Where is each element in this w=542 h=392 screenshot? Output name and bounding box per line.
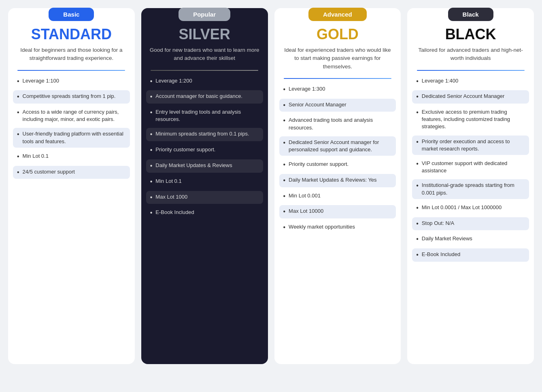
standard-feature-text-4: Min Lot 0.1 bbox=[23, 153, 49, 160]
standard-feature-3: •User-friendly trading platform with ess… bbox=[13, 128, 130, 147]
bullet-icon: • bbox=[416, 108, 419, 117]
standard-feature-text-0: Leverage 1:100 bbox=[23, 77, 59, 85]
silver-feature-8: •E-Book Included bbox=[146, 206, 263, 220]
standard-divider bbox=[17, 70, 125, 71]
bullet-icon: • bbox=[416, 220, 419, 228]
silver-feature-text-6: Min Lot 0.1 bbox=[155, 178, 181, 185]
gold-feature-3: •Dedicated Senior Account manager for pe… bbox=[279, 136, 396, 156]
silver-feature-text-7: Max Lot 1000 bbox=[155, 193, 187, 201]
standard-feature-4: •Min Lot 0.1 bbox=[13, 150, 130, 163]
black-feature-list: •Leverage 1:400•Dedicated Senior Account… bbox=[407, 75, 534, 262]
bullet-icon: • bbox=[150, 93, 153, 101]
bullet-icon: • bbox=[150, 162, 153, 170]
gold-feature-6: •Min Lot 0.001 bbox=[279, 190, 396, 203]
gold-feature-1: •Senior Account Manager bbox=[279, 99, 396, 112]
bullet-icon: • bbox=[17, 108, 19, 117]
plans-container: BasicSTANDARDIdeal for beginners and tho… bbox=[8, 8, 534, 364]
black-feature-6: •Min Lot 0.0001 / Max Lot 1000000 bbox=[412, 201, 529, 215]
gold-feature-0: •Leverage 1:300 bbox=[279, 83, 396, 96]
black-subtitle: Tailored for advanced traders and high-n… bbox=[407, 46, 534, 63]
bullet-icon: • bbox=[150, 193, 153, 202]
plan-standard: BasicSTANDARDIdeal for beginners and tho… bbox=[8, 8, 135, 364]
bullet-icon: • bbox=[17, 153, 19, 161]
bullet-icon: • bbox=[283, 117, 286, 125]
standard-feature-0: •Leverage 1:100 bbox=[13, 75, 130, 88]
black-feature-text-0: Leverage 1:400 bbox=[422, 77, 458, 85]
bullet-icon: • bbox=[416, 182, 419, 190]
bullet-icon: • bbox=[416, 93, 419, 101]
silver-title: SILVER bbox=[179, 26, 230, 43]
bullet-icon: • bbox=[283, 208, 286, 216]
bullet-icon: • bbox=[150, 146, 153, 155]
silver-feature-5: •Daily Market Updates & Reviews bbox=[146, 159, 263, 173]
black-feature-4: •VIP customer support with dedicated ass… bbox=[412, 157, 529, 177]
silver-feature-6: •Min Lot 0.1 bbox=[146, 175, 263, 189]
silver-feature-text-3: Minimum spreads starting from 0.1 pips. bbox=[155, 130, 249, 138]
gold-feature-text-6: Min Lot 0.001 bbox=[289, 192, 321, 199]
bullet-icon: • bbox=[150, 209, 153, 217]
gold-feature-text-4: Priority customer support. bbox=[289, 161, 349, 168]
gold-feature-text-0: Leverage 1:300 bbox=[289, 85, 325, 93]
bullet-icon: • bbox=[150, 108, 153, 117]
silver-subtitle: Good for new traders who want to learn m… bbox=[141, 46, 268, 63]
gold-feature-list: •Leverage 1:300•Senior Account Manager•A… bbox=[274, 83, 401, 234]
gold-feature-text-5: Daily Market Updates & Reviews: Yes bbox=[289, 176, 376, 184]
silver-feature-1: •Account manager for basic guidance. bbox=[146, 90, 263, 104]
gold-badge: Advanced bbox=[308, 8, 367, 21]
bullet-icon: • bbox=[283, 139, 286, 147]
silver-divider bbox=[151, 70, 258, 71]
black-feature-text-8: Daily Market Reviews bbox=[422, 235, 472, 242]
standard-feature-text-1: Competitive spreads starting from 1 pip. bbox=[23, 93, 116, 100]
silver-feature-3: •Minimum spreads starting from 0.1 pips. bbox=[146, 128, 263, 141]
black-badge: Black bbox=[448, 8, 493, 21]
gold-feature-text-2: Advanced trading tools and analysis reso… bbox=[289, 117, 392, 131]
bullet-icon: • bbox=[416, 204, 419, 212]
bullet-icon: • bbox=[416, 235, 419, 244]
standard-title: STANDARD bbox=[31, 26, 112, 43]
gold-feature-7: •Max Lot 10000 bbox=[279, 205, 396, 218]
silver-feature-text-0: Leverage 1:200 bbox=[155, 77, 192, 85]
black-feature-text-6: Min Lot 0.0001 / Max Lot 1000000 bbox=[422, 204, 502, 211]
bullet-icon: • bbox=[283, 85, 286, 94]
bullet-icon: • bbox=[416, 160, 419, 168]
bullet-icon: • bbox=[17, 93, 19, 101]
black-feature-5: •Institutional-grade spreads starting fr… bbox=[412, 179, 529, 199]
gold-feature-text-8: Weekly market opportunities bbox=[289, 223, 355, 231]
gold-feature-text-3: Dedicated Senior Account manager for per… bbox=[289, 139, 392, 153]
gold-feature-text-1: Senior Account Manager bbox=[289, 101, 346, 108]
gold-divider bbox=[284, 78, 391, 79]
black-feature-text-7: Stop Out: N/A bbox=[422, 220, 454, 227]
gold-feature-5: •Daily Market Updates & Reviews: Yes bbox=[279, 174, 396, 187]
black-feature-text-4: VIP customer support with dedicated assi… bbox=[422, 160, 525, 174]
silver-feature-4: •Priority customer support. bbox=[146, 144, 263, 157]
gold-feature-text-7: Max Lot 10000 bbox=[289, 208, 323, 215]
silver-feature-0: •Leverage 1:200 bbox=[146, 75, 263, 88]
bullet-icon: • bbox=[150, 130, 153, 139]
bullet-icon: • bbox=[150, 178, 153, 186]
silver-feature-text-4: Priority customer support. bbox=[155, 146, 215, 153]
bullet-icon: • bbox=[17, 77, 19, 86]
bullet-icon: • bbox=[416, 251, 419, 259]
plan-silver: PopularSILVERGood for new traders who wa… bbox=[141, 8, 268, 364]
black-feature-9: •E-Book Included bbox=[412, 248, 529, 262]
standard-feature-list: •Leverage 1:100•Competitive spreads star… bbox=[8, 75, 135, 179]
black-feature-text-3: Priority order execution and access to m… bbox=[422, 138, 525, 153]
standard-subtitle: Ideal for beginners and those looking fo… bbox=[8, 46, 135, 63]
silver-feature-text-8: E-Book Included bbox=[155, 209, 194, 216]
bullet-icon: • bbox=[283, 192, 286, 201]
standard-feature-5: •24/5 customer support bbox=[13, 166, 130, 179]
standard-feature-text-5: 24/5 customer support bbox=[23, 168, 75, 176]
standard-badge: Basic bbox=[49, 8, 94, 21]
silver-feature-list: •Leverage 1:200•Account manager for basi… bbox=[141, 75, 268, 220]
black-feature-0: •Leverage 1:400 bbox=[412, 75, 529, 88]
silver-feature-text-2: Entry level trading tools and analysis r… bbox=[155, 108, 259, 123]
bullet-icon: • bbox=[283, 161, 286, 169]
gold-title: GOLD bbox=[317, 26, 359, 43]
bullet-icon: • bbox=[150, 77, 153, 86]
bullet-icon: • bbox=[283, 101, 286, 110]
bullet-icon: • bbox=[283, 176, 286, 185]
black-feature-text-1: Dedicated Senior Account Manager bbox=[422, 93, 505, 100]
gold-feature-4: •Priority customer support. bbox=[279, 158, 396, 172]
black-title: BLACK bbox=[445, 26, 496, 43]
gold-feature-8: •Weekly market opportunities bbox=[279, 221, 396, 234]
